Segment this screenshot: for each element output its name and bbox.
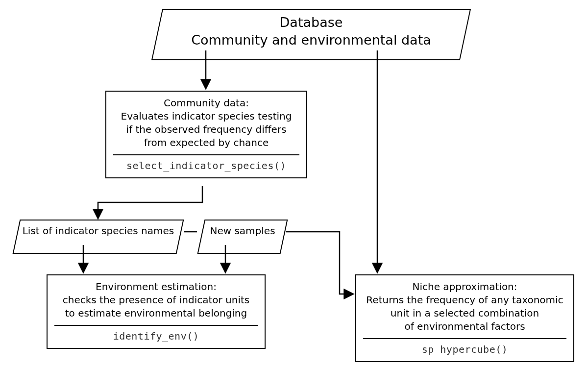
node-database: Database Community and environmental dat… — [157, 9, 466, 60]
node-community-data: Community data: Evaluates indicator spec… — [105, 91, 307, 178]
conn-community-to-list — [98, 186, 202, 218]
database-line2: Community and environmental data — [157, 31, 466, 49]
env-line3: to estimate environmental belonging — [54, 307, 258, 320]
community-line3: if the observed frequency differs — [113, 123, 299, 136]
community-line4: from expected by chance — [113, 136, 299, 149]
niche-line3: unit in a selected combination — [363, 307, 566, 320]
node-list-species: List of indicator species names — [16, 220, 180, 254]
node-niche-approx: Niche approximation: Returns the frequen… — [355, 274, 574, 362]
community-func: select_indicator_species() — [113, 154, 299, 172]
env-func: identify_env() — [54, 325, 258, 343]
node-env-estimation: Environment estimation: checks the prese… — [47, 274, 266, 349]
niche-line2: Returns the frequency of any taxonomic — [363, 294, 566, 307]
community-line1: Community data: — [113, 97, 299, 110]
node-new-samples: New samples — [201, 220, 284, 254]
new-samples-label: New samples — [201, 224, 284, 238]
list-species-label: List of indicator species names — [16, 224, 180, 238]
conn-newsamples-to-niche — [286, 232, 353, 294]
env-line2: checks the presence of indicator units — [54, 294, 258, 307]
env-line1: Environment estimation: — [54, 280, 258, 294]
niche-func: sp_hypercube() — [363, 338, 566, 356]
database-line1: Database — [157, 14, 466, 31]
niche-line4: of environmental factors — [363, 320, 566, 333]
niche-line1: Niche approximation: — [363, 280, 566, 294]
community-line2: Evaluates indicator species testing — [113, 110, 299, 123]
